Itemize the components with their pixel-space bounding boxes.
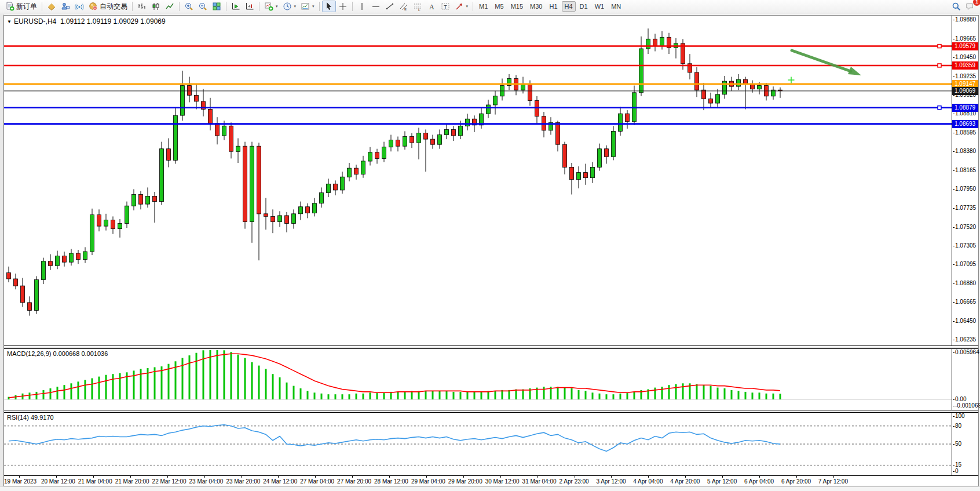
text-label-icon: T	[441, 2, 450, 11]
periods-icon	[283, 2, 292, 11]
time-tick	[611, 476, 612, 478]
notifications-button[interactable]: 1	[963, 1, 977, 12]
timeframe-m30-button[interactable]: M30	[527, 1, 545, 12]
time-tick	[56, 476, 57, 478]
candlestick-chart-icon	[151, 2, 160, 11]
tile-windows-icon	[212, 2, 221, 11]
rsi-plot[interactable]: RSI(14) 49.9170	[4, 413, 952, 475]
candlestick-chart-button[interactable]	[149, 1, 163, 12]
price-axis[interactable]: 1.098801.096651.094501.092351.090201.088…	[952, 16, 978, 345]
trendline-button[interactable]	[383, 1, 397, 12]
time-tick-label: 27 Mar 20:00	[337, 478, 371, 485]
time-tick-label: 24 Mar 12:00	[263, 478, 297, 485]
toolbar-separator	[352, 2, 353, 11]
price-tick-label: 1.06665	[955, 299, 976, 305]
vertical-line-button[interactable]	[355, 1, 369, 12]
time-tick	[500, 476, 501, 478]
chart-shift-button[interactable]	[243, 1, 257, 12]
indicators-button[interactable]: ▾	[262, 1, 280, 12]
time-axis[interactable]: 19 Mar 202320 Mar 12:0021 Mar 04:0021 Ma…	[4, 476, 978, 486]
price-tick-label: 1.06880	[955, 280, 976, 286]
price-tick-label: 1.08380	[955, 148, 976, 154]
navigator-button[interactable]	[58, 1, 72, 12]
hline-price-label: 1.09359	[952, 61, 978, 70]
horizontal-line-button[interactable]	[369, 1, 383, 12]
signals-button[interactable]	[72, 1, 86, 12]
line-chart-icon	[165, 2, 174, 11]
auto-scroll-button[interactable]	[229, 1, 243, 12]
time-tick-label: 6 Apr 04:00	[744, 478, 774, 485]
arrows-button[interactable]: ▾	[452, 1, 471, 12]
price-tick-label: 1.08165	[955, 167, 976, 173]
bar-chart-button[interactable]	[135, 1, 149, 12]
macd-axis[interactable]: 0.0059640.00-0.001069	[952, 349, 978, 410]
time-tick	[93, 476, 94, 478]
signals-icon	[75, 2, 84, 11]
zoom-in-button[interactable]	[182, 1, 196, 12]
rsi-panel: RSI(14) 49.9170 1008050150	[4, 412, 978, 476]
time-tick	[575, 476, 575, 478]
time-tick	[352, 476, 353, 478]
tile-windows-button[interactable]	[210, 1, 224, 12]
autotrading-icon	[89, 2, 98, 11]
new-order-icon	[5, 2, 14, 11]
candlestick-canvas[interactable]	[4, 16, 952, 345]
timeframe-h1-button[interactable]: H1	[546, 1, 560, 12]
timeframe-m1-button[interactable]: M1	[476, 1, 491, 12]
price-tick-label: 1.09880	[955, 16, 976, 23]
price-tick-label: 1.09665	[955, 35, 976, 42]
time-tick-label: 23 Mar 04:00	[189, 478, 224, 485]
rsi-axis[interactable]: 1008050150	[952, 413, 978, 475]
new-order-button[interactable]: 新订单	[3, 1, 39, 12]
chevron-down-icon: ▾	[276, 4, 278, 9]
crosshair-button[interactable]	[336, 1, 350, 12]
autotrading-button[interactable]: 自动交易	[86, 1, 130, 12]
hline-price-label: 1.08879	[952, 104, 978, 112]
time-tick	[389, 476, 390, 478]
macd-plot[interactable]: MACD(12,26,9) 0.000668 0.001036	[4, 349, 952, 410]
cursor-button[interactable]	[322, 1, 336, 12]
zoom-out-icon	[198, 2, 207, 11]
macd-canvas[interactable]	[4, 349, 952, 410]
toolbar-separator	[473, 2, 473, 11]
macd-tick-label: 0.00	[955, 396, 966, 402]
timeframe-h4-button[interactable]: H4	[562, 1, 576, 12]
chart-window: ▼EURUSD-,H4 1.09112 1.09119 1.09029 1.09…	[3, 15, 979, 486]
timeframe-mn-button[interactable]: MN	[608, 1, 624, 12]
autotrading-label: 自动交易	[100, 2, 127, 12]
navigator-icon	[61, 2, 70, 11]
chevron-down-icon: ▾	[312, 4, 315, 9]
chart-profiles-icon	[47, 2, 56, 11]
bar-chart-icon	[137, 2, 147, 11]
time-tick	[315, 476, 316, 478]
line-chart-button[interactable]	[163, 1, 177, 12]
time-tick	[685, 476, 686, 478]
toolbar-separator	[179, 2, 180, 11]
timeframe-d1-button[interactable]: D1	[577, 1, 591, 12]
zoom-out-button[interactable]	[196, 1, 210, 12]
price-chart-plot[interactable]: ▼EURUSD-,H4 1.09112 1.09119 1.09029 1.09…	[4, 16, 952, 345]
chart-profiles-button[interactable]	[45, 1, 58, 12]
time-tick-label: 30 Mar 12:00	[485, 478, 520, 485]
templates-button[interactable]: ▾	[298, 1, 317, 12]
timeframe-m15-button[interactable]: M15	[508, 1, 526, 12]
equidistant-channel-button[interactable]: E	[397, 1, 411, 12]
price-tick-label: 1.06235	[955, 336, 976, 343]
fibonacci-button[interactable]: F	[411, 1, 425, 12]
text-button[interactable]: A	[425, 1, 438, 12]
macd-tick-label: -0.001069	[955, 402, 980, 409]
hline-price-label: 1.08693	[952, 120, 978, 128]
text-label-button[interactable]: T	[438, 1, 452, 12]
timeframe-m5-button[interactable]: M5	[492, 1, 506, 12]
rsi-canvas[interactable]	[4, 413, 952, 475]
chart-title: ▼EURUSD-,H4 1.09112 1.09119 1.09029 1.09…	[7, 17, 166, 26]
crosshair-icon	[338, 2, 348, 11]
timeframe-w1-button[interactable]: W1	[592, 1, 608, 12]
search-button[interactable]	[949, 1, 963, 12]
search-icon	[952, 2, 961, 11]
time-tick-label: 4 Apr 04:00	[633, 478, 663, 485]
periods-button[interactable]: ▾	[280, 1, 299, 12]
one-click-trading-toggle[interactable]: ▼	[7, 19, 12, 24]
time-tick	[463, 476, 464, 478]
time-tick-label: 4 Apr 20:00	[670, 478, 700, 485]
